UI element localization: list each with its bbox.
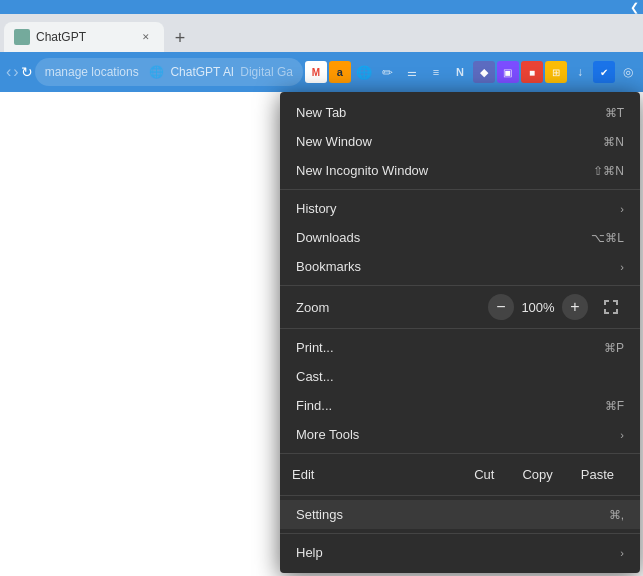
incognito-shortcut: ⇧⌘N	[593, 164, 624, 178]
zoom-fullscreen-button[interactable]	[598, 294, 624, 320]
menu-item-downloads[interactable]: Downloads ⌥⌘L	[280, 223, 640, 252]
divider-2	[280, 285, 640, 286]
zoom-minus-button[interactable]: −	[488, 294, 514, 320]
ext-red-block[interactable]: ■	[521, 61, 543, 83]
settings-shortcut: ⌘,	[609, 508, 624, 522]
menu-item-history[interactable]: History ›	[280, 194, 640, 223]
ext-purple-block[interactable]: ▣	[497, 61, 519, 83]
edit-row: Edit Cut Copy Paste	[280, 458, 640, 491]
fullscreen-icon	[602, 298, 620, 316]
paste-button[interactable]: Paste	[567, 462, 628, 487]
toolbar: ‹ › ↻ manage locations 🌐 ChatGPT Al Digi…	[0, 52, 643, 92]
more-tools-arrow: ›	[620, 429, 624, 441]
tab-favicon	[14, 29, 30, 45]
tab-bar: ChatGPT ✕ +	[0, 14, 643, 52]
active-tab[interactable]: ChatGPT ✕	[4, 22, 164, 52]
address-text: manage locations 🌐 ChatGPT Al Digital Ga	[45, 65, 293, 79]
new-tab-label: New Tab	[296, 105, 605, 120]
print-shortcut: ⌘P	[604, 341, 624, 355]
print-label: Print...	[296, 340, 604, 355]
bookmarks-arrow: ›	[620, 261, 624, 273]
menu-item-new-window[interactable]: New Window ⌘N	[280, 127, 640, 156]
cast-label: Cast...	[296, 369, 624, 384]
chatgpt-link[interactable]: 🌐	[149, 65, 164, 79]
downloads-shortcut: ⌥⌘L	[591, 231, 624, 245]
ext-fork-icon[interactable]: ⚌	[401, 61, 423, 83]
new-window-shortcut: ⌘N	[603, 135, 624, 149]
chevron-down-icon[interactable]: ❮	[630, 1, 639, 14]
ext-web-icon[interactable]: 🌐	[353, 61, 375, 83]
menu-item-settings[interactable]: Settings ⌘,	[280, 500, 640, 529]
ext-gmail-icon[interactable]: M	[305, 61, 327, 83]
divider-6	[280, 533, 640, 534]
ext-circle[interactable]: ◎	[617, 61, 639, 83]
edit-label: Edit	[292, 467, 460, 482]
cut-button[interactable]: Cut	[460, 462, 508, 487]
back-button[interactable]: ‹	[6, 60, 11, 84]
ext-n-icon[interactable]: N	[449, 61, 471, 83]
zoom-value: 100%	[520, 300, 556, 315]
incognito-label: New Incognito Window	[296, 163, 593, 178]
ext-amazon-icon[interactable]: a	[329, 61, 351, 83]
menu-item-new-tab[interactable]: New Tab ⌘T	[280, 98, 640, 127]
history-label: History	[296, 201, 620, 216]
ext-download[interactable]: ↓	[569, 61, 591, 83]
divider-1	[280, 189, 640, 190]
ext-pen-icon[interactable]: ✏	[377, 61, 399, 83]
ext-lines-icon[interactable]: ≡	[425, 61, 447, 83]
settings-label: Settings	[296, 507, 609, 522]
downloads-label: Downloads	[296, 230, 591, 245]
tab-title: ChatGPT	[36, 30, 86, 44]
find-shortcut: ⌘F	[605, 399, 624, 413]
main-content: New Tab ⌘T New Window ⌘N New Incognito W…	[0, 92, 643, 576]
menu-item-bookmarks[interactable]: Bookmarks ›	[280, 252, 640, 281]
ext-blue-diamond[interactable]: ◆	[473, 61, 495, 83]
menu-item-cast[interactable]: Cast...	[280, 362, 640, 391]
more-tools-label: More Tools	[296, 427, 620, 442]
menu-item-more-tools[interactable]: More Tools ›	[280, 420, 640, 449]
zoom-label: Zoom	[296, 300, 482, 315]
ext-multi-square[interactable]: ⊞	[545, 61, 567, 83]
chrome-dropdown-menu: New Tab ⌘T New Window ⌘N New Incognito W…	[280, 92, 640, 573]
address-bar[interactable]: manage locations 🌐 ChatGPT Al Digital Ga	[35, 58, 303, 86]
menu-item-help[interactable]: Help ›	[280, 538, 640, 567]
manage-locations-link[interactable]: manage locations	[45, 65, 139, 79]
reload-button[interactable]: ↻	[21, 60, 33, 84]
chrome-top-bar: ❮	[0, 0, 643, 14]
ext-check-blue[interactable]: ✔	[593, 61, 615, 83]
menu-item-print[interactable]: Print... ⌘P	[280, 333, 640, 362]
new-window-label: New Window	[296, 134, 603, 149]
history-arrow: ›	[620, 203, 624, 215]
copy-button[interactable]: Copy	[508, 462, 566, 487]
tab-close-btn[interactable]: ✕	[138, 29, 154, 45]
new-tab-button[interactable]: +	[166, 24, 194, 52]
divider-4	[280, 453, 640, 454]
forward-button[interactable]: ›	[13, 60, 18, 84]
zoom-plus-button[interactable]: +	[562, 294, 588, 320]
menu-item-find[interactable]: Find... ⌘F	[280, 391, 640, 420]
menu-item-incognito[interactable]: New Incognito Window ⇧⌘N	[280, 156, 640, 185]
help-label: Help	[296, 545, 620, 560]
help-arrow: ›	[620, 547, 624, 559]
zoom-row: Zoom − 100% +	[280, 290, 640, 324]
divider-3	[280, 328, 640, 329]
bookmarks-label: Bookmarks	[296, 259, 620, 274]
find-label: Find...	[296, 398, 605, 413]
new-tab-shortcut: ⌘T	[605, 106, 624, 120]
divider-5	[280, 495, 640, 496]
